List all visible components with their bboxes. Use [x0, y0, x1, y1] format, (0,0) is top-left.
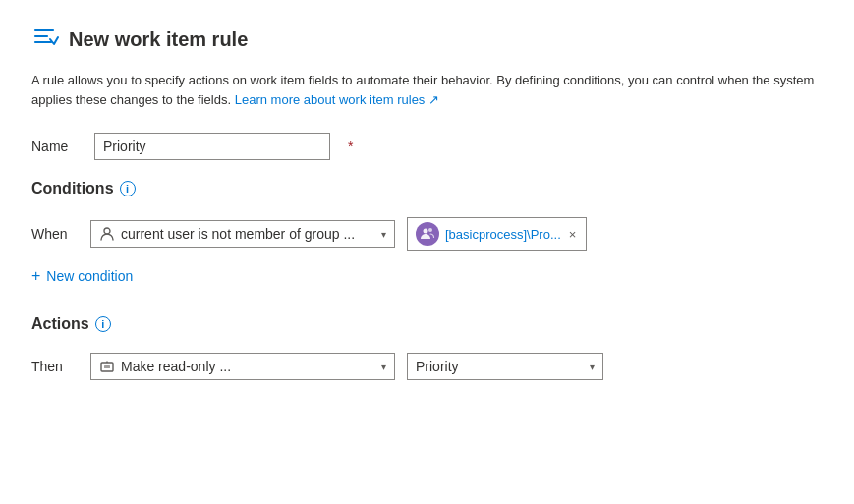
group-tag: [basicprocess]\Pro... × — [407, 217, 587, 251]
when-row: When current user is not member of group… — [31, 217, 823, 251]
external-link-icon: ↗ — [428, 92, 439, 107]
svg-point-5 — [428, 228, 432, 232]
page-header: New work item rule — [31, 24, 823, 55]
svg-rect-7 — [104, 365, 110, 368]
action-dropdown[interactable]: Make read-only ... ▾ — [90, 353, 395, 380]
add-condition-button[interactable]: + New condition — [31, 264, 823, 288]
field-dropdown-arrow: ▾ — [590, 362, 595, 372]
actions-section: Actions i Then Make read-only ... ▾ Prio… — [31, 315, 823, 380]
conditions-section-title: Conditions i — [31, 180, 823, 197]
name-input[interactable] — [94, 133, 330, 160]
condition-dropdown[interactable]: current user is not member of group ... … — [90, 220, 395, 248]
learn-more-link[interactable]: Learn more about work item rules ↗ — [235, 92, 439, 107]
group-tag-close[interactable]: × — [567, 228, 579, 241]
svg-point-4 — [424, 229, 428, 234]
conditions-info-icon[interactable]: i — [120, 181, 136, 196]
when-label: When — [31, 226, 79, 242]
actions-info-icon[interactable]: i — [95, 316, 111, 332]
group-avatar — [416, 222, 439, 246]
svg-point-3 — [104, 228, 110, 234]
page-title: New work item rule — [69, 28, 248, 51]
then-row: Then Make read-only ... ▾ Priority ▾ — [31, 353, 823, 380]
conditions-section: Conditions i When current user is not me… — [31, 180, 823, 288]
page-description: A rule allows you to specify actions on … — [31, 71, 823, 109]
actions-section-title: Actions i — [31, 315, 823, 333]
field-dropdown[interactable]: Priority ▾ — [407, 353, 603, 380]
name-label: Name — [31, 139, 79, 154]
plus-icon: + — [31, 268, 40, 284]
rule-icon — [31, 24, 59, 55]
then-label: Then — [31, 359, 79, 374]
condition-dropdown-arrow: ▾ — [381, 229, 386, 240]
group-tag-text: [basicprocess]\Pro... — [445, 227, 561, 242]
name-field-row: Name * — [31, 133, 823, 160]
required-marker: * — [348, 139, 353, 154]
person-condition-icon — [99, 226, 115, 242]
readonly-icon — [99, 359, 115, 374]
action-dropdown-arrow: ▾ — [381, 362, 386, 372]
